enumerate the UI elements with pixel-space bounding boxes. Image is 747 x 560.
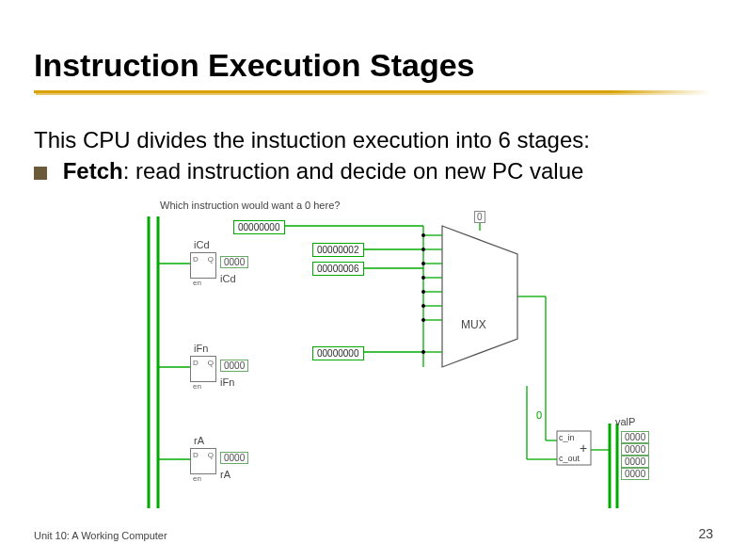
- svg-point-32: [421, 304, 425, 308]
- bullet-rest: : read instruction and decide on new PC …: [123, 158, 584, 184]
- circuit-diagram: Which instruction would want a 0 here? 0…: [141, 198, 649, 508]
- mux-in-0: 00000002: [312, 243, 364, 257]
- mux-label: MUX: [461, 318, 486, 331]
- ff-ra-out: rA: [220, 469, 230, 480]
- body-line-1: This CPU divides the instuction executio…: [34, 127, 590, 153]
- svg-point-31: [421, 290, 425, 294]
- mux-in-2: 00000000: [312, 346, 364, 360]
- ff-ifn-name: iFn: [194, 343, 208, 354]
- adder-plus-icon: +: [580, 440, 587, 456]
- footer-right: 23: [698, 526, 713, 541]
- const-zero: 00000000: [233, 220, 285, 234]
- valp-b3: 0000: [621, 468, 649, 480]
- adder-cout: c_out: [559, 454, 580, 463]
- wire-zero-label: 0: [536, 409, 542, 421]
- ff-ifn-out: iFn: [220, 376, 234, 388]
- title-underline-shadow: [36, 93, 713, 95]
- valp-label: valP: [615, 416, 635, 427]
- footer-left: Unit 10: A Working Computer: [34, 530, 167, 541]
- bullet-term: Fetch: [63, 158, 123, 184]
- ff-ra-value: 0000: [220, 452, 248, 464]
- bullet-square-icon: [34, 167, 47, 180]
- svg-point-27: [421, 233, 425, 237]
- mux-shape: [442, 226, 517, 367]
- ff-ra-name: rA: [194, 435, 204, 446]
- flipflop-ifn: DQen: [190, 356, 216, 382]
- ff-icd-out: iCd: [220, 273, 236, 284]
- ff-icd-name: iCd: [194, 239, 210, 250]
- body-line-2: Fetch: read instruction and decide on ne…: [34, 158, 583, 184]
- flipflop-ra: DQen: [190, 448, 216, 474]
- mux-in-1: 00000006: [312, 262, 364, 276]
- svg-point-30: [421, 276, 425, 280]
- valp-b0: 0000: [621, 431, 649, 443]
- mux-sel-value: 0: [474, 211, 485, 223]
- svg-point-33: [421, 318, 425, 322]
- svg-point-28: [421, 248, 425, 251]
- svg-point-34: [421, 350, 425, 354]
- flipflop-icd: DQen: [190, 252, 216, 279]
- svg-point-29: [421, 262, 425, 265]
- valp-b1: 0000: [621, 443, 649, 456]
- question-label: Which instruction would want a 0 here?: [160, 200, 340, 211]
- valp-b2: 0000: [621, 456, 649, 468]
- ff-ifn-value: 0000: [220, 360, 248, 372]
- ff-icd-value: 0000: [220, 256, 248, 268]
- adder-cin: c_in: [559, 433, 575, 442]
- slide-title: Instruction Execution Stages: [34, 47, 475, 84]
